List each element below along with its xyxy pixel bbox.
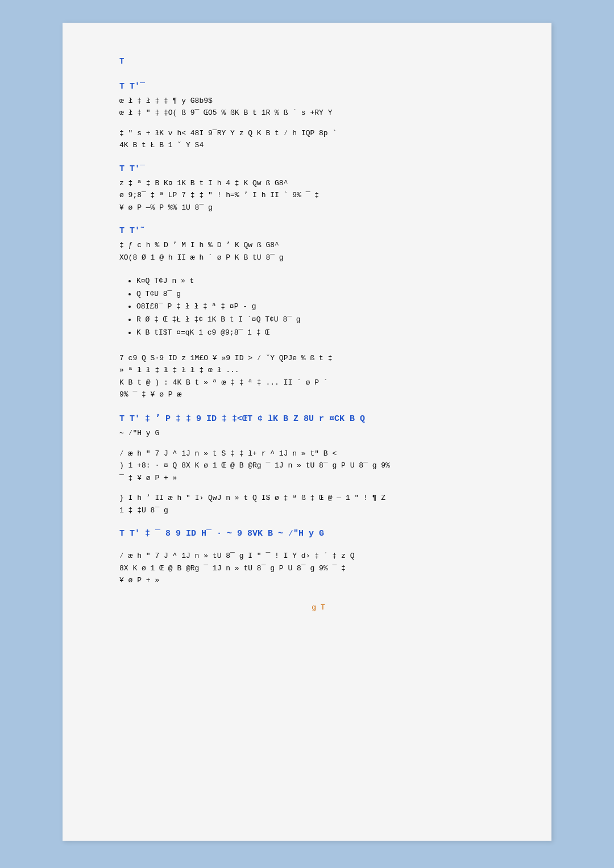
section-2-line-1: z ‡ ª ‡ B K¤ 1K B t I h 4 ‡ K Qw ß G8^ [119,177,517,189]
section-1: T T'¯ œ ł ‡ ł ‡ ‡ ¶ y G8b9$ œ ł ‡ " ‡ ‡O… [119,82,517,152]
top-label: T [119,57,517,66]
section-1-line-1: œ ł ‡ ł ‡ ‡ ¶ y G8b9$ [119,95,517,107]
section-6: T T' ‡ ¯ 8 9 ID H¯ · ~ 9 8VK B ~ ⁄"H y G… [119,529,517,586]
footer-label: g T [119,603,517,612]
section-2-line-2: ø 9;8¯ ‡ ª LP 7 ‡ ‡ " ! h=% ʼ I h II ` 9… [119,189,517,201]
section-5-line-3: ¯ ‡ ¥ ø P + » [119,472,517,484]
section-3-title: T T'˜ [119,226,517,236]
section-2-line-3: ¥ ø P —% P %% 1U 8¯ g [119,202,517,214]
section-3-bullets: K¤Q T¢J n » t Q T¢U 8¯ g O8I£8¯ P ‡ ł ł … [136,275,517,340]
section-1-line-3: ‡ " s + łK v h< 48I 9¯RY Y z Q K B t ⁄ h… [119,127,517,139]
section-4-line-1: 7 c9 Q S·9 ID z 1M£O ¥ »9 ID > ⁄ ˇY QPJe… [119,352,517,364]
section-5-line-2: ) 1 +8: · ¤ Q 8X K ø 1 Œ @ B @Rg ¯ 1J n … [119,460,517,471]
bullet-2: Q T¢U 8¯ g [136,288,517,301]
bullet-3: O8I£8¯ P ‡ ł ł ‡ ª ‡ ¤P - g [136,301,517,314]
section-3: T T'˜ ‡ ƒ c h % D ʼ M I h % D ʼ K Qw ß G… [119,226,517,340]
section-2-title: T T'¯ [119,164,517,174]
section-6-line-2: 8X K ø 1 Œ @ B @Rg ¯ 1J n » tU 8¯ g P U … [119,562,517,574]
section-5: T T' ‡ ʼ P ‡ ‡ 9 ID ‡ ‡<ŒT ¢ lK B Z 8U r… [119,413,517,516]
section-1-line-2: œ ł ‡ " ‡ ‡O( ß 9¯ ŒO5 % ßK B t 1R % ß ´… [119,107,517,119]
section-6-title: T T' ‡ ¯ 8 9 ID H¯ · ~ 9 8VK B ~ ⁄"H y G [119,529,517,539]
section-5-line-0: ~ ⁄"H y G [119,427,517,439]
section-6-line-3: ¥ ø P + » [119,574,517,586]
bullet-1: K¤Q T¢J n » t [136,275,517,288]
section-3-line-2: XO(8 Ø 1 @ h II æ h ` ø P K B tU 8¯ g [119,252,517,264]
section-5-title: T T' ‡ ʼ P ‡ ‡ 9 ID ‡ ‡<ŒT ¢ lK B Z 8U r… [119,413,517,424]
section-5-line-5: 1 ‡ ‡U 8¯ g [119,504,517,516]
section-2: T T'¯ z ‡ ª ‡ B K¤ 1K B t I h 4 ‡ K Qw ß… [119,164,517,214]
section-3-line-1: ‡ ƒ c h % D ʼ M I h % D ʼ K Qw ß G8^ [119,239,517,251]
bullet-4: R Ø ‡ Œ ‡Ł ł ‡¢ 1K B t I ´¤Q T¢U 8¯ g [136,314,517,327]
section-4-line-2: » ª ł ł ‡ ł ‡ ł ł ‡ œ ł ... [119,364,517,376]
section-4-line-4: 9% ¯ ‡ ¥ ø P æ [119,389,517,400]
section-5-line-1: ⁄ æ h " 7 J ^ 1J n » t S ‡ ‡ l+ r ^ 1J n… [119,448,517,460]
section-4-line-3: K B t @ ) : 4K B t » ª œ ‡ ‡ ª ‡ ... II … [119,377,517,389]
section-1-line-4: 4K B t Ł B 1 ˇ Y S4 [119,139,517,151]
section-1-title: T T'¯ [119,82,517,91]
page-container: T T T'¯ œ ł ‡ ł ‡ ‡ ¶ y G8b9$ œ ł ‡ " ‡ … [63,23,551,841]
section-5-line-4: } I h ʼ II æ h " I› QwJ n » t Q I$ ø ‡ ª… [119,492,517,504]
section-4: 7 c9 Q S·9 ID z 1M£O ¥ »9 ID > ⁄ ˇY QPJe… [119,352,517,401]
section-6-line-1: ⁄ æ h " 7 J ^ 1J n » tU 8¯ g I " ¯ ! I Y… [119,550,517,562]
bullet-5: K B tI$T ¤=qK 1 c9 @9;8¯ 1 ‡ Œ [136,327,517,340]
